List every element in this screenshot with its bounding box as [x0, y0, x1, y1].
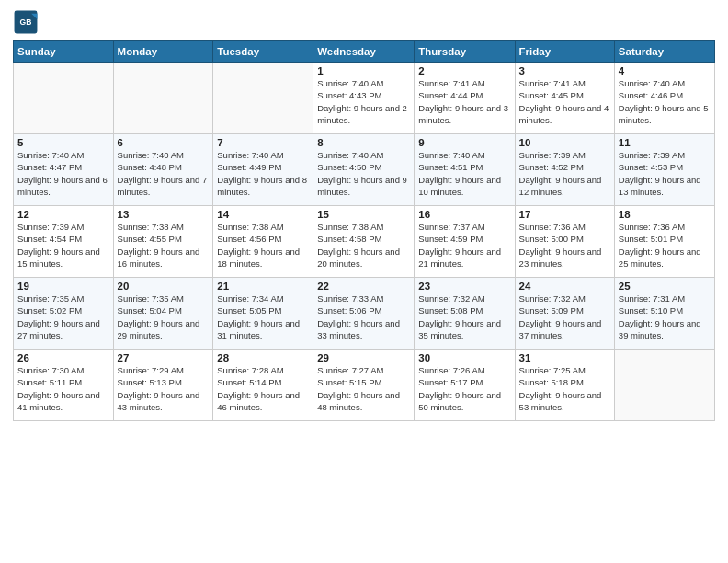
day-number: 15 — [317, 209, 410, 220]
day-info: Sunrise: 7:40 AM Sunset: 4:48 PM Dayligh… — [118, 149, 210, 198]
weekday-header-tuesday: Tuesday — [213, 41, 313, 63]
weekday-header-wednesday: Wednesday — [313, 41, 415, 63]
day-number: 6 — [118, 137, 210, 148]
day-number: 12 — [17, 209, 109, 220]
day-info: Sunrise: 7:38 AM Sunset: 4:56 PM Dayligh… — [217, 221, 309, 270]
day-number: 2 — [418, 65, 510, 76]
day-info: Sunrise: 7:27 AM Sunset: 5:15 PM Dayligh… — [317, 364, 410, 413]
calendar-cell: 22Sunrise: 7:33 AM Sunset: 5:06 PM Dayli… — [313, 278, 415, 350]
calendar-cell — [213, 63, 313, 134]
calendar-cell: 25Sunrise: 7:31 AM Sunset: 5:10 PM Dayli… — [614, 278, 714, 350]
calendar-cell: 1Sunrise: 7:40 AM Sunset: 4:43 PM Daylig… — [313, 63, 415, 134]
calendar-cell: 20Sunrise: 7:35 AM Sunset: 5:04 PM Dayli… — [113, 278, 213, 350]
day-info: Sunrise: 7:39 AM Sunset: 4:53 PM Dayligh… — [619, 149, 711, 198]
day-number: 30 — [418, 352, 510, 363]
day-info: Sunrise: 7:40 AM Sunset: 4:50 PM Dayligh… — [317, 149, 410, 198]
day-info: Sunrise: 7:31 AM Sunset: 5:10 PM Dayligh… — [619, 293, 711, 341]
calendar-week-row: 1Sunrise: 7:40 AM Sunset: 4:43 PM Daylig… — [14, 63, 715, 134]
day-info: Sunrise: 7:40 AM Sunset: 4:47 PM Dayligh… — [17, 149, 109, 198]
day-number: 17 — [519, 209, 610, 220]
calendar-week-row: 26Sunrise: 7:30 AM Sunset: 5:11 PM Dayli… — [14, 350, 715, 421]
day-info: Sunrise: 7:41 AM Sunset: 4:45 PM Dayligh… — [519, 77, 610, 126]
calendar-cell: 24Sunrise: 7:32 AM Sunset: 5:09 PM Dayli… — [515, 278, 614, 350]
calendar-cell: 19Sunrise: 7:35 AM Sunset: 5:02 PM Dayli… — [14, 278, 114, 350]
day-info: Sunrise: 7:39 AM Sunset: 4:52 PM Dayligh… — [519, 149, 610, 198]
day-info: Sunrise: 7:32 AM Sunset: 5:09 PM Dayligh… — [519, 293, 610, 341]
calendar-cell: 31Sunrise: 7:25 AM Sunset: 5:18 PM Dayli… — [515, 350, 614, 421]
day-number: 31 — [519, 352, 610, 363]
day-number: 22 — [317, 281, 410, 292]
day-number: 25 — [619, 281, 711, 292]
day-number: 7 — [217, 137, 309, 148]
weekday-header-thursday: Thursday — [415, 41, 515, 63]
day-number: 3 — [519, 65, 610, 76]
day-info: Sunrise: 7:32 AM Sunset: 5:08 PM Dayligh… — [418, 293, 510, 341]
day-number: 21 — [217, 281, 309, 292]
day-info: Sunrise: 7:37 AM Sunset: 4:59 PM Dayligh… — [418, 221, 510, 270]
calendar-week-row: 12Sunrise: 7:39 AM Sunset: 4:54 PM Dayli… — [14, 206, 715, 278]
day-number: 27 — [118, 352, 210, 363]
weekday-header-saturday: Saturday — [614, 41, 714, 63]
day-number: 18 — [619, 209, 711, 220]
calendar-cell: 6Sunrise: 7:40 AM Sunset: 4:48 PM Daylig… — [113, 134, 213, 206]
header: GB — [13, 9, 715, 35]
day-number: 9 — [418, 137, 510, 148]
weekday-header-monday: Monday — [113, 41, 213, 63]
svg-text:GB: GB — [20, 17, 32, 27]
day-info: Sunrise: 7:26 AM Sunset: 5:17 PM Dayligh… — [418, 364, 510, 413]
calendar-cell: 4Sunrise: 7:40 AM Sunset: 4:46 PM Daylig… — [614, 63, 714, 134]
calendar-cell: 17Sunrise: 7:36 AM Sunset: 5:00 PM Dayli… — [515, 206, 614, 278]
day-number: 1 — [317, 65, 410, 76]
calendar-cell: 30Sunrise: 7:26 AM Sunset: 5:17 PM Dayli… — [415, 350, 515, 421]
calendar-cell: 18Sunrise: 7:36 AM Sunset: 5:01 PM Dayli… — [614, 206, 714, 278]
day-number: 26 — [17, 352, 109, 363]
day-number: 20 — [118, 281, 210, 292]
day-info: Sunrise: 7:40 AM Sunset: 4:51 PM Dayligh… — [418, 149, 510, 198]
day-info: Sunrise: 7:36 AM Sunset: 5:01 PM Dayligh… — [619, 221, 711, 270]
weekday-header-friday: Friday — [515, 41, 614, 63]
calendar-cell: 29Sunrise: 7:27 AM Sunset: 5:15 PM Dayli… — [313, 350, 415, 421]
day-info: Sunrise: 7:35 AM Sunset: 5:02 PM Dayligh… — [17, 293, 109, 341]
day-info: Sunrise: 7:35 AM Sunset: 5:04 PM Dayligh… — [118, 293, 210, 341]
calendar-cell: 11Sunrise: 7:39 AM Sunset: 4:53 PM Dayli… — [614, 134, 714, 206]
calendar-cell: 5Sunrise: 7:40 AM Sunset: 4:47 PM Daylig… — [14, 134, 114, 206]
day-info: Sunrise: 7:34 AM Sunset: 5:05 PM Dayligh… — [217, 293, 309, 341]
logo: GB — [13, 9, 42, 35]
day-info: Sunrise: 7:25 AM Sunset: 5:18 PM Dayligh… — [519, 364, 610, 413]
calendar-cell: 15Sunrise: 7:38 AM Sunset: 4:58 PM Dayli… — [313, 206, 415, 278]
day-number: 24 — [519, 281, 610, 292]
calendar-cell: 27Sunrise: 7:29 AM Sunset: 5:13 PM Dayli… — [113, 350, 213, 421]
day-info: Sunrise: 7:40 AM Sunset: 4:49 PM Dayligh… — [217, 149, 309, 198]
day-number: 19 — [17, 281, 109, 292]
day-number: 28 — [217, 352, 309, 363]
day-info: Sunrise: 7:39 AM Sunset: 4:54 PM Dayligh… — [17, 221, 109, 270]
day-number: 16 — [418, 209, 510, 220]
day-info: Sunrise: 7:41 AM Sunset: 4:44 PM Dayligh… — [418, 77, 510, 126]
day-number: 13 — [118, 209, 210, 220]
calendar-cell: 9Sunrise: 7:40 AM Sunset: 4:51 PM Daylig… — [415, 134, 515, 206]
calendar-table: SundayMondayTuesdayWednesdayThursdayFrid… — [13, 40, 715, 421]
calendar-cell: 23Sunrise: 7:32 AM Sunset: 5:08 PM Dayli… — [415, 278, 515, 350]
day-info: Sunrise: 7:33 AM Sunset: 5:06 PM Dayligh… — [317, 293, 410, 341]
day-info: Sunrise: 7:29 AM Sunset: 5:13 PM Dayligh… — [118, 364, 210, 413]
calendar-cell — [113, 63, 213, 134]
calendar-cell: 14Sunrise: 7:38 AM Sunset: 4:56 PM Dayli… — [213, 206, 313, 278]
calendar-cell: 26Sunrise: 7:30 AM Sunset: 5:11 PM Dayli… — [14, 350, 114, 421]
calendar-cell — [614, 350, 714, 421]
day-number: 5 — [17, 137, 109, 148]
day-info: Sunrise: 7:38 AM Sunset: 4:58 PM Dayligh… — [317, 221, 410, 270]
calendar-cell: 2Sunrise: 7:41 AM Sunset: 4:44 PM Daylig… — [415, 63, 515, 134]
calendar-cell: 12Sunrise: 7:39 AM Sunset: 4:54 PM Dayli… — [14, 206, 114, 278]
page: GB SundayMondayTuesdayWednesdayThursdayF… — [0, 0, 728, 563]
day-number: 4 — [619, 65, 711, 76]
day-number: 8 — [317, 137, 410, 148]
weekday-header-sunday: Sunday — [14, 41, 114, 63]
day-number: 10 — [519, 137, 610, 148]
weekday-header-row: SundayMondayTuesdayWednesdayThursdayFrid… — [14, 41, 715, 63]
calendar-cell: 8Sunrise: 7:40 AM Sunset: 4:50 PM Daylig… — [313, 134, 415, 206]
day-info: Sunrise: 7:38 AM Sunset: 4:55 PM Dayligh… — [118, 221, 210, 270]
day-number: 14 — [217, 209, 309, 220]
calendar-cell: 28Sunrise: 7:28 AM Sunset: 5:14 PM Dayli… — [213, 350, 313, 421]
calendar-cell: 10Sunrise: 7:39 AM Sunset: 4:52 PM Dayli… — [515, 134, 614, 206]
day-info: Sunrise: 7:30 AM Sunset: 5:11 PM Dayligh… — [17, 364, 109, 413]
